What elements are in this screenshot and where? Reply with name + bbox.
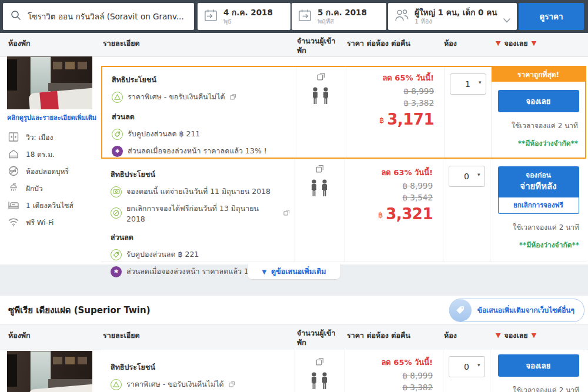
checkin-date-field[interactable]: 4 ก.ค. 2018 พุธ	[198, 3, 290, 30]
discount-title: ส่วนลด	[112, 111, 291, 123]
checkout-day: พฤหัส	[318, 18, 367, 26]
checkout-date: 5 ก.ค. 2018	[318, 8, 367, 18]
nonrefundable-icon	[111, 379, 122, 390]
nonrefundable-icon	[112, 92, 123, 103]
offer-row-1: สิทธิประโยชน์ ราคาพิเศษ - ขอรับเงินคืนไม…	[101, 66, 586, 159]
offer2-occupancy	[295, 159, 345, 262]
hotel-booking-page: โซราวิต ออน กรันวิลล์ (Soravit on Granv.…	[0, 0, 588, 392]
col-book-header[interactable]: ▼ จองเลย ▼	[496, 331, 536, 340]
room-count: 1 ห้อง	[415, 18, 497, 26]
adults-icon	[309, 372, 331, 392]
occupancy-summary: ผู้ใหญ่ 1 คน, เด็ก 0 คน	[415, 8, 497, 18]
col-price-header: ราคา ต่อห้อง ต่อคืน	[347, 39, 410, 48]
offer-book: จองเลย ใช้เวลาจองแค่ 2 นาที	[490, 350, 586, 392]
max-occupancy-icon[interactable]	[316, 72, 326, 83]
amenity-shower: ฝักบัว	[7, 182, 96, 194]
dropdown-caret-icon: ▾	[479, 79, 482, 85]
chevron-down-icon	[503, 14, 511, 25]
more-offers-caret-icon: ▼	[262, 269, 266, 275]
offer1-rooms: 1 ▾	[444, 67, 491, 158]
shower-icon	[7, 182, 20, 194]
other-sites-offers-button[interactable]: ข้อเสนอเพิ่มเติมจากเว็บไซต์อื่นๆ	[449, 299, 584, 322]
booking-time-note: ใช้เวลาจองแค่ 2 นาที	[490, 384, 586, 392]
dropdown-caret-icon: ▾	[477, 172, 480, 177]
price-current: ฿ 3,171	[346, 110, 434, 128]
amenity-view: วิว: เมือง	[7, 131, 96, 143]
col-occupancy-header: จำนวนผู้เข้าพัก	[297, 36, 343, 55]
adults-icon	[310, 87, 332, 108]
sort-desc-icon[interactable]: ▼	[532, 331, 536, 340]
amenity-list: วิว: เมือง 18 ตร.ม. ห้องปลอดบุหรี่ ฝักบั…	[7, 131, 96, 228]
col-rooms-header: ห้อง	[444, 39, 457, 48]
rooms-quantity-select[interactable]: 1 ▾	[450, 73, 486, 95]
free-cancellation-button[interactable]: ยกเลิกการจองฟรี	[498, 197, 579, 214]
benefits-title: สิทธิประโยชน์	[111, 361, 290, 373]
discount-early-bird: ✱ ส่วนลดเมื่อจองล่วงหน้า ราคาลดแล้ว 13% …	[112, 145, 291, 157]
hotel-search-input[interactable]: โซราวิต ออน กรันวิลล์ (Soravit on Granv.…	[3, 3, 194, 30]
best-price-banner: ราคาถูกที่สุด!	[492, 67, 585, 82]
offer2-book: จองก่อน จ่ายทีหลัง ยกเลิกการจองฟรี ใช้เว…	[490, 159, 586, 262]
coupon-icon	[112, 129, 123, 140]
sort-desc-icon[interactable]: ▼	[496, 331, 500, 340]
col-book-header[interactable]: ▼ จองเลย ▼	[496, 39, 536, 48]
no-smoking-icon	[7, 165, 20, 177]
rooms-quantity-select[interactable]: 0 ▾	[449, 166, 485, 187]
room-summary: คลิกดูรูปและรายละเอียดเพิ่มเติม วิว: เมื…	[7, 56, 96, 233]
price-original: ฿ 8,999	[345, 371, 433, 380]
room-photo-link[interactable]: คลิกดูรูปและรายละเอียดเพิ่มเติม	[7, 112, 96, 123]
room-type-header: ซูพีเรีย เตียงแฝด (Superior Twin) ข้อเสน…	[0, 296, 588, 325]
offer2-rooms: 0 ▾	[443, 159, 490, 262]
price-previous: ฿ 3,382	[346, 98, 434, 108]
availability-note: **มีห้องว่างจำกัด**	[490, 239, 586, 250]
col-room-header: ห้องพัก	[8, 39, 31, 48]
sort-desc-icon[interactable]: ▼	[532, 39, 536, 48]
hotel-search-value: โซราวิต ออน กรันวิลล์ (Soravit on Granv.…	[28, 10, 184, 23]
deal-badge: ลด 65% วันนี้!	[345, 356, 433, 368]
external-link-icon	[230, 93, 236, 102]
rate-table-header: ห้องพัก รายละเอียด จำนวนผู้เข้าพัก ราคา …	[0, 33, 588, 57]
checkout-date-field[interactable]: 5 ก.ค. 2018 พฤหัส	[292, 3, 386, 30]
guests-icon	[394, 8, 409, 25]
booking-time-note: ใช้เวลาจองแค่ 2 นาที	[492, 120, 585, 131]
offer-rooms: 0 ▾	[443, 350, 490, 392]
checkin-date: 4 ก.ค. 2018	[223, 8, 273, 18]
offer-occupancy	[295, 350, 345, 392]
price-current: ฿ 3,321	[345, 205, 433, 223]
rooms-quantity-select[interactable]: 0 ▾	[449, 356, 485, 377]
search-topbar: โซราวิต ออน กรันวิลล์ (Soravit on Granv.…	[0, 0, 588, 33]
book-now-button[interactable]: จองเลย	[498, 90, 579, 112]
discount-coupon: รับคูปองส่วนลด ฿ 221	[111, 249, 290, 260]
max-occupancy-icon[interactable]	[315, 164, 325, 176]
external-link-icon	[283, 209, 290, 217]
checkin-calendar-icon	[203, 8, 218, 25]
offer-details: สิทธิประโยชน์ ราคาพิเศษ - ขอรับเงินคืนไม…	[101, 350, 295, 392]
benefits-title: สิทธิประโยชน์	[111, 169, 290, 180]
free-cancel-icon	[111, 207, 122, 219]
discount-title: ส่วนลด	[111, 232, 290, 243]
benefit-free-cancel[interactable]: ยกเลิกการจองได้ฟรีก่อนวันที่ 13 มิถุนายน…	[111, 203, 290, 223]
amenity-nonsmoking: ห้องปลอดบุหรี่	[7, 165, 96, 177]
offer2-price: ลด 63% วันนี้! ฿ 8,999 ฿ 3,542 ฿ 3,321	[345, 159, 443, 262]
search-icon	[10, 9, 22, 24]
wifi-icon	[7, 217, 20, 227]
room-photo[interactable]	[7, 56, 92, 109]
offer-row-superior-twin: สิทธิประโยชน์ ราคาพิเศษ - ขอรับเงินคืนไม…	[101, 350, 586, 392]
offer1-details: สิทธิประโยชน์ ราคาพิเศษ - ขอรับเงินคืนไม…	[102, 67, 296, 158]
max-occupancy-icon[interactable]	[315, 357, 325, 368]
col-details-header: รายละเอียด	[103, 39, 140, 48]
occupancy-selector[interactable]: ผู้ใหญ่ 1 คน, เด็ก 0 คน 1 ห้อง	[388, 3, 517, 30]
window-view-icon	[7, 131, 20, 143]
benefit-nonrefundable[interactable]: ราคาพิเศษ - ขอรับเงินคืนไม่ได้	[112, 91, 291, 103]
price-previous: ฿ 3,382	[345, 383, 433, 392]
room-photo[interactable]	[7, 351, 92, 392]
check-price-button[interactable]: ดูราคา	[519, 3, 584, 30]
book-now-button[interactable]: จองเลย	[498, 354, 579, 377]
rate-table-header-2: ห้องพัก รายละเอียด จำนวนผู้เข้าพัก ราคา …	[0, 325, 588, 350]
price-original: ฿ 8,999	[346, 86, 434, 96]
sort-desc-icon[interactable]: ▼	[496, 39, 500, 48]
benefit-nonrefundable[interactable]: ราคาพิเศษ - ขอรับเงินคืนไม่ได้	[111, 378, 290, 390]
book-now-pay-later-button[interactable]: จองก่อน จ่ายทีหลัง	[498, 166, 579, 197]
amenity-size: 18 ตร.ม.	[7, 148, 96, 160]
more-offers-button[interactable]: ▼ ดูข้อเสนอเพิ่มเติม	[247, 264, 340, 280]
price-tag-icon	[449, 299, 472, 321]
